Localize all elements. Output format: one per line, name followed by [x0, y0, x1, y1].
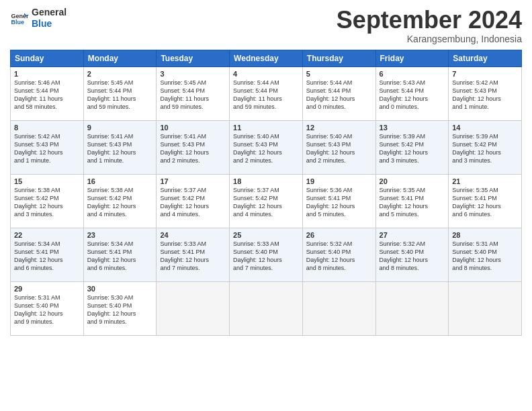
calendar-cell: 12Sunrise: 5:40 AM Sunset: 5:43 PM Dayli… — [302, 120, 375, 174]
day-number: 10 — [160, 124, 226, 132]
calendar-cell — [302, 281, 375, 335]
day-info: Sunrise: 5:45 AM Sunset: 5:44 PM Dayligh… — [87, 79, 153, 111]
col-header-thursday: Thursday — [302, 50, 375, 66]
day-number: 25 — [233, 231, 299, 239]
calendar-cell: 7Sunrise: 5:42 AM Sunset: 5:43 PM Daylig… — [449, 66, 522, 120]
calendar-cell: 19Sunrise: 5:36 AM Sunset: 5:41 PM Dayli… — [302, 174, 375, 228]
day-number: 2 — [87, 70, 153, 78]
calendar-cell — [157, 281, 230, 335]
calendar-cell: 3Sunrise: 5:45 AM Sunset: 5:44 PM Daylig… — [157, 66, 230, 120]
col-header-tuesday: Tuesday — [157, 50, 230, 66]
day-number: 19 — [306, 177, 372, 185]
day-info: Sunrise: 5:44 AM Sunset: 5:44 PM Dayligh… — [306, 79, 372, 111]
week-row-4: 22Sunrise: 5:34 AM Sunset: 5:41 PM Dayli… — [11, 228, 522, 281]
month-title: September 2024 — [337, 7, 522, 34]
calendar-cell: 5Sunrise: 5:44 AM Sunset: 5:44 PM Daylig… — [302, 66, 375, 120]
day-info: Sunrise: 5:35 AM Sunset: 5:41 PM Dayligh… — [380, 186, 445, 219]
calendar-cell: 14Sunrise: 5:39 AM Sunset: 5:42 PM Dayli… — [449, 120, 522, 174]
day-info: Sunrise: 5:45 AM Sunset: 5:44 PM Dayligh… — [160, 79, 226, 111]
day-info: Sunrise: 5:40 AM Sunset: 5:43 PM Dayligh… — [233, 132, 299, 165]
day-number: 26 — [306, 231, 372, 239]
week-row-5: 29Sunrise: 5:31 AM Sunset: 5:40 PM Dayli… — [11, 281, 522, 335]
day-info: Sunrise: 5:31 AM Sunset: 5:40 PM Dayligh… — [14, 293, 80, 326]
day-number: 13 — [380, 124, 445, 132]
calendar-cell: 13Sunrise: 5:39 AM Sunset: 5:42 PM Dayli… — [375, 120, 449, 174]
calendar-cell: 11Sunrise: 5:40 AM Sunset: 5:43 PM Dayli… — [230, 120, 303, 174]
day-info: Sunrise: 5:32 AM Sunset: 5:40 PM Dayligh… — [380, 240, 445, 273]
calendar-cell: 9Sunrise: 5:41 AM Sunset: 5:43 PM Daylig… — [83, 120, 157, 174]
day-number: 28 — [452, 231, 518, 239]
day-number: 27 — [380, 231, 445, 239]
calendar-cell: 15Sunrise: 5:38 AM Sunset: 5:42 PM Dayli… — [11, 174, 84, 228]
location-subtitle: Karangsembung, Indonesia — [337, 34, 522, 44]
week-row-2: 8Sunrise: 5:42 AM Sunset: 5:43 PM Daylig… — [11, 120, 522, 174]
calendar-cell: 4Sunrise: 5:44 AM Sunset: 5:44 PM Daylig… — [230, 66, 303, 120]
day-info: Sunrise: 5:42 AM Sunset: 5:43 PM Dayligh… — [452, 79, 518, 111]
day-number: 17 — [160, 177, 226, 185]
calendar-cell: 22Sunrise: 5:34 AM Sunset: 5:41 PM Dayli… — [11, 228, 84, 281]
calendar-header-row: SundayMondayTuesdayWednesdayThursdayFrid… — [11, 50, 522, 66]
day-info: Sunrise: 5:30 AM Sunset: 5:40 PM Dayligh… — [87, 293, 153, 326]
calendar-cell: 10Sunrise: 5:41 AM Sunset: 5:43 PM Dayli… — [157, 120, 230, 174]
day-number: 24 — [160, 231, 226, 239]
day-info: Sunrise: 5:42 AM Sunset: 5:43 PM Dayligh… — [14, 132, 80, 165]
day-info: Sunrise: 5:32 AM Sunset: 5:40 PM Dayligh… — [306, 240, 372, 273]
day-number: 18 — [233, 177, 299, 185]
day-number: 1 — [14, 70, 80, 78]
day-number: 6 — [380, 70, 445, 78]
day-number: 5 — [306, 70, 372, 78]
calendar-cell: 29Sunrise: 5:31 AM Sunset: 5:40 PM Dayli… — [11, 281, 84, 335]
day-info: Sunrise: 5:44 AM Sunset: 5:44 PM Dayligh… — [233, 79, 299, 111]
col-header-saturday: Saturday — [449, 50, 522, 66]
day-info: Sunrise: 5:46 AM Sunset: 5:44 PM Dayligh… — [14, 79, 80, 111]
page-header: General Blue General Blue September 2024… — [10, 7, 522, 44]
day-info: Sunrise: 5:38 AM Sunset: 5:42 PM Dayligh… — [87, 186, 153, 219]
day-info: Sunrise: 5:34 AM Sunset: 5:41 PM Dayligh… — [87, 240, 153, 273]
day-info: Sunrise: 5:43 AM Sunset: 5:44 PM Dayligh… — [380, 79, 445, 111]
day-number: 15 — [14, 177, 80, 185]
svg-text:Blue: Blue — [11, 19, 24, 26]
day-info: Sunrise: 5:41 AM Sunset: 5:43 PM Dayligh… — [160, 132, 226, 165]
day-number: 4 — [233, 70, 299, 78]
calendar-cell — [449, 281, 522, 335]
calendar-cell — [375, 281, 449, 335]
day-info: Sunrise: 5:33 AM Sunset: 5:41 PM Dayligh… — [160, 240, 226, 273]
calendar-cell: 1Sunrise: 5:46 AM Sunset: 5:44 PM Daylig… — [11, 66, 84, 120]
day-info: Sunrise: 5:33 AM Sunset: 5:40 PM Dayligh… — [233, 240, 299, 273]
logo: General Blue General Blue — [10, 7, 66, 30]
calendar-cell: 27Sunrise: 5:32 AM Sunset: 5:40 PM Dayli… — [375, 228, 449, 281]
day-number: 12 — [306, 124, 372, 132]
day-number: 9 — [87, 124, 153, 132]
day-info: Sunrise: 5:38 AM Sunset: 5:42 PM Dayligh… — [14, 186, 80, 219]
calendar-cell: 18Sunrise: 5:37 AM Sunset: 5:42 PM Dayli… — [230, 174, 303, 228]
calendar-cell: 17Sunrise: 5:37 AM Sunset: 5:42 PM Dayli… — [157, 174, 230, 228]
day-number: 11 — [233, 124, 299, 132]
day-info: Sunrise: 5:37 AM Sunset: 5:42 PM Dayligh… — [160, 186, 226, 219]
day-number: 23 — [87, 231, 153, 239]
day-number: 29 — [14, 285, 80, 293]
calendar-page: General Blue General Blue September 2024… — [0, 0, 532, 411]
calendar-cell: 8Sunrise: 5:42 AM Sunset: 5:43 PM Daylig… — [11, 120, 84, 174]
calendar-cell: 16Sunrise: 5:38 AM Sunset: 5:42 PM Dayli… — [83, 174, 157, 228]
week-row-1: 1Sunrise: 5:46 AM Sunset: 5:44 PM Daylig… — [11, 66, 522, 120]
day-number: 22 — [14, 231, 80, 239]
calendar-cell: 2Sunrise: 5:45 AM Sunset: 5:44 PM Daylig… — [83, 66, 157, 120]
calendar-cell: 20Sunrise: 5:35 AM Sunset: 5:41 PM Dayli… — [375, 174, 449, 228]
calendar-cell: 23Sunrise: 5:34 AM Sunset: 5:41 PM Dayli… — [83, 228, 157, 281]
day-number: 20 — [380, 177, 445, 185]
calendar-body: 1Sunrise: 5:46 AM Sunset: 5:44 PM Daylig… — [11, 66, 522, 335]
day-number: 30 — [87, 285, 153, 293]
day-number: 7 — [452, 70, 518, 78]
day-info: Sunrise: 5:37 AM Sunset: 5:42 PM Dayligh… — [233, 186, 299, 219]
col-header-sunday: Sunday — [11, 50, 84, 66]
week-row-3: 15Sunrise: 5:38 AM Sunset: 5:42 PM Dayli… — [11, 174, 522, 228]
calendar-cell: 6Sunrise: 5:43 AM Sunset: 5:44 PM Daylig… — [375, 66, 449, 120]
day-number: 8 — [14, 124, 80, 132]
day-info: Sunrise: 5:41 AM Sunset: 5:43 PM Dayligh… — [87, 132, 153, 165]
calendar-cell: 21Sunrise: 5:35 AM Sunset: 5:41 PM Dayli… — [449, 174, 522, 228]
calendar-cell: 28Sunrise: 5:31 AM Sunset: 5:40 PM Dayli… — [449, 228, 522, 281]
title-area: September 2024 Karangsembung, Indonesia — [337, 7, 522, 44]
day-number: 16 — [87, 177, 153, 185]
calendar-table: SundayMondayTuesdayWednesdayThursdayFrid… — [10, 50, 522, 336]
day-info: Sunrise: 5:39 AM Sunset: 5:42 PM Dayligh… — [452, 132, 518, 165]
